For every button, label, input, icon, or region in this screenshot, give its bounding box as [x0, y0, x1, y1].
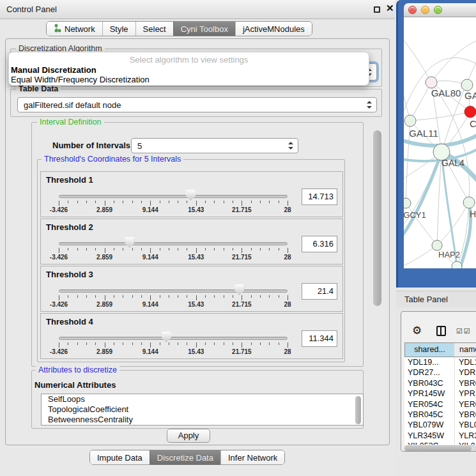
- combo-arrows-icon: [288, 142, 293, 150]
- network-node-hap2[interactable]: [432, 240, 442, 250]
- slider-thumb[interactable]: [186, 190, 196, 201]
- tick-mark: [77, 342, 78, 345]
- network-node-gal80[interactable]: [426, 77, 437, 88]
- tick-label: 15.43: [188, 254, 204, 261]
- table-row[interactable]: YIL052CYIL0: [404, 441, 476, 445]
- attribute-item-selfloops[interactable]: SelfLoops: [42, 394, 363, 404]
- tick-mark: [132, 295, 133, 298]
- panel-vertical-scrollbar[interactable]: [373, 130, 381, 306]
- table-horizontal-scrollbar[interactable]: [404, 445, 476, 452]
- network-node-h[interactable]: [463, 197, 475, 208]
- tick-mark: [224, 201, 224, 203]
- tick-mark: [233, 201, 233, 203]
- tab-select[interactable]: Select: [135, 22, 173, 36]
- table-row[interactable]: YPR145WYPR1: [404, 388, 476, 399]
- tab-network[interactable]: Network: [47, 22, 102, 36]
- table-horizontal-scrollbar-thumb[interactable]: [405, 446, 472, 451]
- tick-mark: [288, 201, 288, 206]
- tab-infer-network[interactable]: Infer Network: [220, 450, 284, 464]
- table-row[interactable]: YER054CYER0: [404, 399, 476, 410]
- tick-mark: [196, 201, 197, 206]
- close-icon[interactable]: ✕: [386, 3, 394, 14]
- slider-thumb[interactable]: [162, 332, 171, 342]
- bottom-tab-strip: Impute DataDiscretize DataInfer Network: [89, 450, 285, 465]
- tab-discretize-data[interactable]: Discretize Data: [150, 450, 220, 464]
- cell-name: YBL0: [459, 420, 476, 430]
- table-data-group: Table Data galFiltered.sif default node: [10, 89, 382, 117]
- tab-label: Select: [143, 24, 166, 34]
- gear-icon[interactable]: ⚙: [412, 324, 422, 337]
- threshold-value-field[interactable]: 14.713: [302, 188, 337, 205]
- tick-mark: [105, 342, 105, 348]
- tick-mark: [242, 201, 242, 206]
- table-row[interactable]: YBL079WYBL0: [404, 420, 476, 430]
- threshold-value-field[interactable]: 11.344: [302, 330, 337, 347]
- network-window-titlebar[interactable]: [404, 3, 476, 17]
- tick-mark: [68, 342, 68, 345]
- network-node-gcy1[interactable]: [404, 198, 411, 208]
- network-node-label: GAL: [464, 90, 476, 101]
- table-row[interactable]: YDL19...YDL1: [404, 357, 476, 367]
- minimize-light[interactable]: [421, 6, 429, 14]
- tick-mark: [160, 342, 160, 345]
- network-node-c[interactable]: [464, 106, 476, 118]
- popup-item-equal-width-frequency[interactable]: Equal Width/Frequency Discretization: [11, 75, 150, 84]
- tick-mark: [269, 342, 270, 345]
- close-light[interactable]: [408, 6, 417, 14]
- slider-thumb[interactable]: [234, 284, 244, 295]
- slider-track[interactable]: [59, 289, 288, 293]
- tick-mark: [187, 342, 187, 345]
- tick-mark: [150, 295, 151, 300]
- tab-jactivemnodules[interactable]: jActiveMNodules: [235, 22, 312, 36]
- tick-label: -3.426: [50, 206, 68, 213]
- checkboxes-icon[interactable]: ☑☑: [456, 327, 472, 335]
- tick-mark: [205, 201, 206, 203]
- tab-content-pane: Discretization Algorithm Select algorith…: [5, 38, 390, 445]
- network-edge: [404, 245, 437, 267]
- table-row[interactable]: YBR045CYBR0: [404, 410, 476, 420]
- cell-shared-name: YPR145W: [408, 388, 445, 399]
- column-header-name[interactable]: name: [454, 342, 476, 357]
- slider-thumb[interactable]: [125, 237, 134, 248]
- attribute-item-betweennesscentrality[interactable]: BetweennessCentrality: [42, 415, 363, 425]
- threshold-value-field[interactable]: 21.4: [302, 283, 337, 300]
- table-data-combobox[interactable]: galFiltered.sif default node: [17, 97, 377, 112]
- popup-item-manual-discretization[interactable]: Manual Discretization: [11, 65, 96, 75]
- threshold-row-1: Threshold 1-3.4262.8599.14415.4321.71528…: [40, 171, 343, 217]
- tick-mark: [59, 295, 59, 300]
- table-row[interactable]: YBR043CYBR0: [404, 378, 476, 388]
- attribute-item-topologicalcoefficient[interactable]: TopologicalCoefficient: [42, 404, 363, 415]
- numerical-attributes-list[interactable]: SelfLoopsTopologicalCoefficientBetweenne…: [41, 394, 364, 426]
- tick-mark: [68, 295, 68, 298]
- number-of-intervals-combobox[interactable]: 5: [131, 138, 298, 153]
- cell-shared-name: YDR27...: [408, 367, 440, 378]
- tab-style[interactable]: Style: [102, 22, 135, 36]
- tab-cyni-toolbox[interactable]: Cyni Toolbox: [173, 22, 235, 36]
- network-node-label: GAL11: [409, 128, 438, 139]
- tab-impute-data[interactable]: Impute Data: [90, 450, 150, 464]
- apply-button[interactable]: Apply: [167, 429, 210, 443]
- control-panel-title: Control Panel: [6, 0, 57, 19]
- tick-mark: [169, 248, 169, 250]
- slider-track[interactable]: [59, 195, 288, 198]
- attributes-list-scrollbar[interactable]: [355, 396, 361, 424]
- float-window-icon[interactable]: [374, 6, 380, 13]
- thresholds-group-title: Threshold's Coordinates for 5 Intervals: [42, 155, 183, 164]
- network-node[interactable]: [452, 261, 462, 268]
- table-row[interactable]: YLR345WYLR3: [404, 431, 476, 441]
- zoom-light[interactable]: [434, 6, 442, 14]
- cell-shared-name: YIL052C: [408, 441, 439, 445]
- column-header-shared-name[interactable]: shared...: [404, 342, 455, 357]
- table-rows: YDL19...YDL1YDR27...YDR2YBR043CYBR0YPR14…: [404, 357, 476, 445]
- network-node-gal11[interactable]: [404, 115, 416, 127]
- slider-track[interactable]: [59, 242, 288, 245]
- slider-track[interactable]: [59, 337, 288, 340]
- tick-label: 9.144: [142, 206, 158, 213]
- network-node-gal[interactable]: [461, 79, 473, 91]
- tick-mark: [178, 295, 178, 298]
- columns-icon[interactable]: [436, 326, 446, 336]
- table-row[interactable]: YDR27...YDR2: [404, 367, 476, 378]
- threshold-value-field[interactable]: 6.316: [302, 236, 337, 252]
- table-data-title: Table Data: [16, 84, 61, 93]
- network-canvas[interactable]: GAL80GALCGAL11GAL4GCY1HHAP2: [404, 17, 476, 268]
